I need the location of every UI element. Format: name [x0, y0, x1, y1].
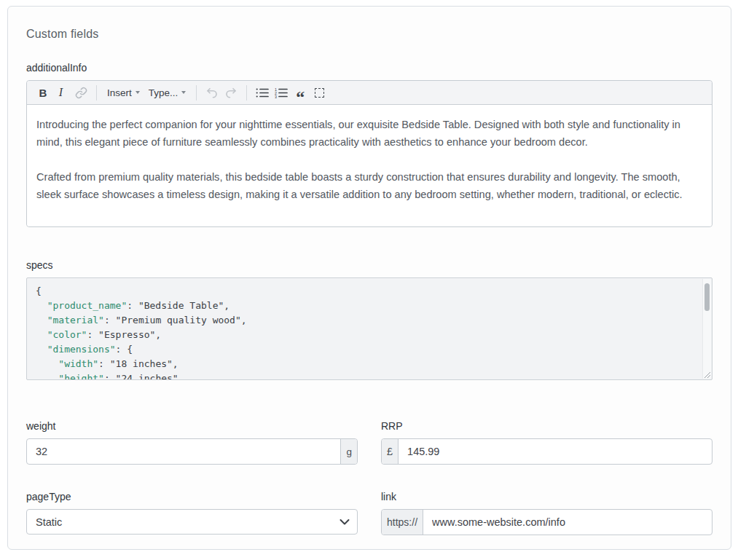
resize-grip-icon[interactable]	[703, 371, 710, 378]
insert-dropdown[interactable]: Insert	[103, 83, 144, 102]
redo-button[interactable]	[221, 83, 240, 102]
rrp-input[interactable]	[399, 439, 712, 464]
toolbar-separator	[96, 85, 97, 100]
editor-content-area[interactable]: Introducing the perfect companion for yo…	[27, 105, 712, 226]
link-icon	[75, 87, 87, 99]
code-line: "height": "24 inches",	[36, 371, 702, 380]
italic-button[interactable]: I	[52, 83, 71, 102]
undo-icon	[205, 87, 219, 98]
page-type-select[interactable]: Static	[26, 509, 358, 535]
code-line: "material": "Premium quality wood",	[36, 313, 702, 328]
toolbar-separator	[246, 85, 247, 100]
code-line: "width": "18 inches",	[36, 357, 702, 371]
code-line: "product_name": "Bedside Table",	[36, 299, 702, 313]
weight-label: weight	[26, 420, 358, 432]
dashed-frame-icon	[315, 88, 324, 98]
frame-button[interactable]	[310, 83, 329, 102]
rrp-label: RRP	[381, 420, 713, 432]
additional-info-label: additionalInfo	[26, 62, 713, 74]
card-title: Custom fields	[26, 28, 713, 41]
undo-button[interactable]	[203, 83, 221, 102]
bold-button[interactable]: B	[34, 83, 52, 102]
editor-paragraph: Introducing the perfect companion for yo…	[36, 116, 702, 151]
link-input[interactable]	[423, 510, 712, 535]
bullet-list-button[interactable]	[253, 83, 272, 102]
svg-text:3: 3	[275, 94, 277, 98]
code-line: "color": "Espresso",	[36, 328, 702, 342]
chevron-down-icon	[181, 91, 186, 94]
currency-addon: £	[382, 439, 399, 464]
numbered-list-button[interactable]: 1 2 3	[272, 83, 291, 102]
link-label: link	[381, 491, 713, 502]
custom-fields-card: Custom fields additionalInfo B I Insert …	[7, 6, 731, 550]
specs-label: specs	[26, 259, 713, 271]
link-button[interactable]	[71, 83, 90, 102]
page-type-label: pageType	[26, 491, 358, 502]
editor-paragraph: Crafted from premium quality materials, …	[36, 168, 702, 203]
numbered-list-icon: 1 2 3	[275, 87, 288, 98]
rrp-input-group: £	[381, 438, 713, 465]
editor-toolbar: B I Insert Type...	[27, 81, 712, 105]
chevron-down-icon	[136, 91, 140, 94]
weight-input-group: g	[26, 438, 358, 465]
weight-input[interactable]	[27, 439, 340, 464]
rich-text-editor: B I Insert Type...	[26, 80, 713, 227]
type-dropdown-label: Type...	[149, 87, 178, 98]
code-line: "dimensions": {	[36, 342, 702, 357]
redo-icon	[224, 87, 238, 98]
weight-unit-addon: g	[340, 439, 357, 464]
code-line: {	[36, 284, 702, 299]
insert-dropdown-label: Insert	[107, 87, 132, 98]
specs-code-content: { "product_name": "Bedside Table", "mate…	[27, 278, 702, 379]
protocol-addon: https://	[382, 510, 423, 535]
bullet-list-icon	[256, 87, 269, 98]
link-input-group: https://	[381, 509, 713, 535]
toolbar-separator	[196, 85, 197, 100]
scrollbar-thumb[interactable]	[704, 283, 710, 311]
blockquote-button[interactable]: “	[291, 83, 310, 102]
specs-code-editor[interactable]: { "product_name": "Bedside Table", "mate…	[26, 277, 713, 380]
vertical-scrollbar[interactable]	[702, 279, 711, 379]
type-dropdown[interactable]: Type...	[144, 83, 191, 102]
